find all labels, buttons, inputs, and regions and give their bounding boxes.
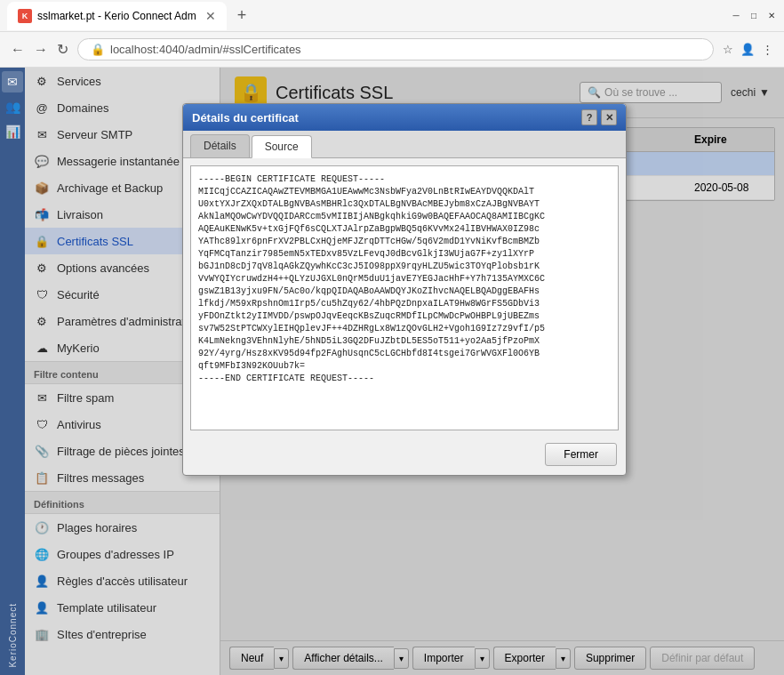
refresh-button[interactable]: ↻ bbox=[57, 41, 68, 58]
browser-actions: ☆ 👤 ⋮ bbox=[723, 43, 773, 56]
minimize-button[interactable]: ─ bbox=[731, 11, 741, 21]
dialog-footer: Fermer bbox=[220, 438, 626, 475]
dialog-body: -----BEGIN CERTIFICATE REQUEST----- MIIC… bbox=[220, 165, 619, 430]
app-body: ✉ 👥 📊 KerioConnect ⚙ Services @ Domaines… bbox=[0, 68, 784, 675]
iconbar-users[interactable]: 👥 bbox=[2, 96, 23, 117]
brand-label: KerioConnect bbox=[8, 603, 18, 668]
tab-favicon: K bbox=[18, 9, 32, 23]
fermer-button[interactable]: Fermer bbox=[545, 443, 617, 466]
tab-title: sslmarket.pt - Kerio Connect Adm bbox=[37, 10, 196, 22]
profile-icon[interactable]: 👤 bbox=[740, 43, 755, 56]
iconbar-mail[interactable]: ✉ bbox=[2, 71, 23, 92]
bookmark-icon[interactable]: ☆ bbox=[723, 43, 733, 56]
dialog-titlebar-actions: ? ✕ bbox=[581, 109, 617, 125]
tab-close-btn[interactable]: ✕ bbox=[205, 9, 216, 23]
url-text: localhost:4040/admin/#sslCertificates bbox=[110, 43, 301, 56]
browser-titlebar: K sslmarket.pt - Kerio Connect Adm ✕ + ─… bbox=[0, 0, 784, 32]
tab-details[interactable]: Détails bbox=[220, 134, 250, 157]
new-tab-button[interactable]: + bbox=[234, 6, 251, 25]
dialog-title: Détails du certificat bbox=[220, 111, 299, 125]
iconbar-stats[interactable]: 📊 bbox=[2, 121, 23, 142]
back-button[interactable]: ← bbox=[11, 42, 25, 58]
cert-content[interactable]: -----BEGIN CERTIFICATE REQUEST----- MIIC… bbox=[220, 173, 611, 422]
tab-source[interactable]: Source bbox=[252, 135, 312, 158]
window-controls: ─ □ ✕ bbox=[731, 11, 777, 21]
dialog-close-btn[interactable]: ✕ bbox=[601, 109, 617, 125]
dialog-certificat: Détails du certificat ? ✕ Détails Source… bbox=[220, 103, 627, 476]
browser-tab[interactable]: K sslmarket.pt - Kerio Connect Adm ✕ bbox=[7, 2, 227, 30]
dialog-titlebar: Détails du certificat ? ✕ bbox=[220, 104, 626, 131]
address-bar[interactable]: 🔒 localhost:4040/admin/#sslCertificates bbox=[77, 38, 714, 60]
dialog-overlay: Détails du certificat ? ✕ Détails Source… bbox=[220, 68, 784, 675]
close-button[interactable]: ✕ bbox=[766, 11, 777, 21]
menu-icon[interactable]: ⋮ bbox=[762, 43, 773, 56]
app-iconbar: ✉ 👥 📊 KerioConnect bbox=[0, 68, 25, 675]
dialog-tabs: Détails Source bbox=[220, 131, 626, 158]
main-content: 🔒 Certificats SSL 🔍 Où se trouve ... cec… bbox=[220, 68, 784, 675]
lock-icon: 🔒 bbox=[91, 43, 105, 56]
forward-button[interactable]: → bbox=[34, 42, 48, 58]
dialog-help-btn[interactable]: ? bbox=[581, 109, 597, 125]
maximize-button[interactable]: □ bbox=[748, 11, 759, 21]
browser-addressbar: ← → ↻ 🔒 localhost:4040/admin/#sslCertifi… bbox=[0, 32, 784, 68]
